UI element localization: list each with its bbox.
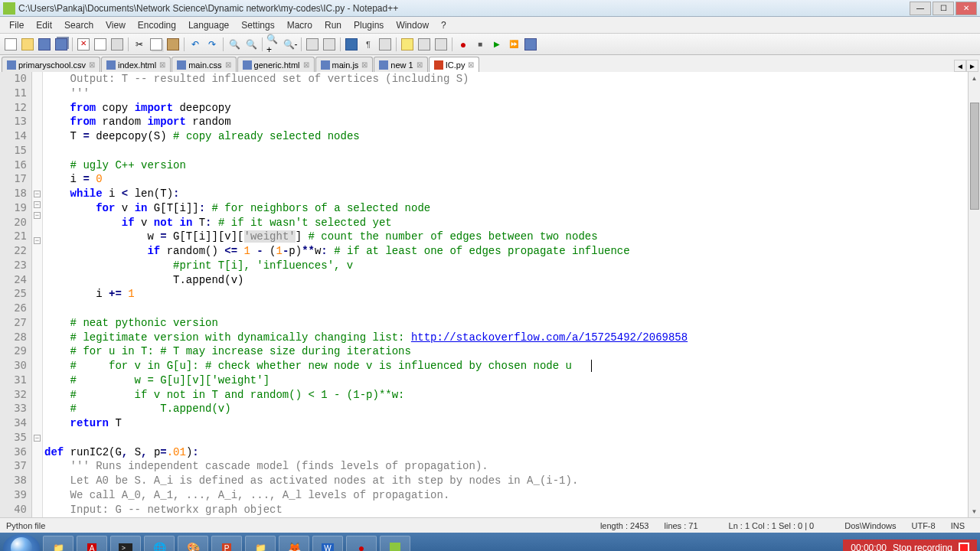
- user-lang-icon[interactable]: [400, 37, 415, 52]
- menu-edit[interactable]: Edit: [30, 18, 58, 32]
- cut-icon[interactable]: ✂: [132, 37, 147, 52]
- menu-search[interactable]: Search: [58, 18, 100, 32]
- code-line[interactable]: [44, 431, 968, 445]
- fold-marker[interactable]: −: [34, 212, 41, 219]
- taskbar-adobe-icon[interactable]: A: [77, 536, 107, 551]
- menu-encoding[interactable]: Encoding: [132, 18, 182, 32]
- menu-settings[interactable]: Settings: [235, 18, 280, 32]
- tab-close-icon[interactable]: ⊠: [361, 60, 368, 69]
- func-list-icon[interactable]: [433, 37, 449, 52]
- code-editor[interactable]: Output: T -- resulted influenced set of …: [43, 72, 968, 517]
- save-macro-icon[interactable]: [523, 37, 538, 52]
- tab-close-icon[interactable]: ⊠: [159, 60, 165, 69]
- taskbar-app2-icon[interactable]: ●: [346, 536, 377, 551]
- menu-file[interactable]: File: [3, 18, 30, 32]
- code-line[interactable]: Let A0 be S. A_i is defined as activated…: [44, 474, 968, 488]
- menu-language[interactable]: Language: [182, 18, 235, 32]
- code-line[interactable]: [44, 302, 968, 316]
- vertical-scrollbar[interactable]: ▲ ▼: [968, 72, 980, 517]
- tab-primaryschool-csv[interactable]: primaryschool.csv⊠: [2, 57, 100, 72]
- replace-icon[interactable]: 🔍: [243, 37, 259, 52]
- code-line[interactable]: # for v in G[u]: # check whether new nod…: [44, 359, 968, 373]
- code-line[interactable]: return T: [44, 416, 968, 431]
- taskbar-chrome-icon[interactable]: 🌐: [144, 536, 175, 551]
- code-line[interactable]: [44, 144, 968, 158]
- tab-main-css[interactable]: main.css⊠: [172, 57, 236, 72]
- code-line[interactable]: i = 0: [44, 172, 968, 187]
- code-line[interactable]: i += 1: [44, 287, 968, 302]
- tab-close-icon[interactable]: ⊠: [225, 60, 231, 69]
- close-file-icon[interactable]: ✕: [76, 37, 91, 52]
- code-line[interactable]: # if v not in T and random() < 1 - (1-p)…: [44, 388, 968, 403]
- scroll-up-arrow[interactable]: ▲: [969, 72, 980, 84]
- paste-icon[interactable]: [165, 37, 181, 52]
- save-icon[interactable]: [37, 37, 52, 52]
- zoom-out-icon[interactable]: 🔍-: [283, 37, 298, 52]
- recording-indicator[interactable]: 00:00:00 Stop recording: [843, 540, 977, 551]
- minimize-button[interactable]: —: [910, 2, 931, 15]
- taskbar-explorer-icon[interactable]: 📁: [43, 536, 74, 551]
- tab-IC-py[interactable]: IC.py⊠: [429, 57, 480, 72]
- wordwrap-icon[interactable]: [344, 37, 359, 52]
- menu-window[interactable]: Window: [390, 18, 435, 32]
- open-file-icon[interactable]: [20, 37, 35, 52]
- play-macro-icon[interactable]: ▶: [489, 37, 505, 52]
- sync-vscroll-icon[interactable]: [305, 37, 320, 52]
- taskbar-cmd-icon[interactable]: >_: [110, 536, 141, 551]
- taskbar-notepadpp-icon[interactable]: [380, 536, 410, 551]
- code-line[interactable]: # legitimate version with dynamically ch…: [44, 331, 968, 345]
- close-button[interactable]: ✕: [956, 2, 977, 15]
- taskbar-folder-icon[interactable]: 📁: [245, 536, 276, 551]
- close-all-icon[interactable]: [93, 37, 108, 52]
- redo-icon[interactable]: ↷: [204, 37, 220, 52]
- show-all-chars-icon[interactable]: ¶: [361, 37, 376, 52]
- fold-marker[interactable]: −: [34, 201, 41, 208]
- code-line[interactable]: from random import random: [44, 115, 968, 129]
- fold-marker[interactable]: −: [34, 191, 41, 197]
- scroll-down-arrow[interactable]: ▼: [969, 505, 980, 517]
- sync-hscroll-icon[interactable]: [322, 37, 337, 52]
- tab-close-icon[interactable]: ⊠: [303, 60, 309, 69]
- tab-close-icon[interactable]: ⊠: [468, 60, 474, 69]
- new-file-icon[interactable]: [3, 37, 18, 52]
- code-line[interactable]: while i < len(T):: [44, 187, 968, 201]
- tab-generic-html[interactable]: generic.html⊠: [237, 57, 315, 72]
- code-line[interactable]: for v in G[T[i]]: # for neighbors of a s…: [44, 201, 968, 216]
- tab-new-1[interactable]: new 1⊠: [374, 57, 427, 72]
- menu-run[interactable]: Run: [318, 18, 348, 32]
- code-line[interactable]: T.append(v): [44, 273, 968, 288]
- menu-macro[interactable]: Macro: [281, 18, 318, 32]
- fold-marker[interactable]: −: [34, 237, 41, 244]
- find-icon[interactable]: 🔍: [227, 37, 242, 52]
- code-line[interactable]: #print T[i], 'influences', v: [44, 259, 968, 273]
- menu-plugins[interactable]: Plugins: [348, 18, 390, 32]
- code-line[interactable]: # for u in T: # T may increase size duri…: [44, 344, 968, 359]
- code-line[interactable]: We call A_0, A_1, ..., A_i, ..., A_l lev…: [44, 488, 968, 503]
- code-line[interactable]: # ugly C++ version: [44, 158, 968, 173]
- code-line[interactable]: w = G[T[i]][v]['weight'] # count the num…: [44, 230, 968, 244]
- undo-icon[interactable]: ↶: [188, 37, 203, 52]
- tab-main-js[interactable]: main.js⊠: [315, 57, 374, 72]
- menu-help[interactable]: ?: [435, 18, 452, 32]
- code-line[interactable]: Input: G -- networkx graph object: [44, 503, 968, 517]
- code-line[interactable]: # T.append(v): [44, 402, 968, 416]
- code-line[interactable]: if v not in T: # if it wasn't selected y…: [44, 216, 968, 230]
- stop-macro-icon[interactable]: ■: [472, 37, 488, 52]
- code-line[interactable]: def runIC2(G, S, p=.01):: [44, 445, 968, 460]
- tab-index-html[interactable]: index.html⊠: [101, 57, 171, 72]
- tab-prev-icon[interactable]: ◄: [954, 60, 966, 72]
- code-line[interactable]: ''' Runs independent cascade model (find…: [44, 459, 968, 474]
- zoom-in-icon[interactable]: 🔍+: [266, 37, 281, 52]
- code-line[interactable]: ''': [44, 86, 968, 101]
- code-line[interactable]: from copy import deepcopy: [44, 101, 968, 116]
- tab-next-icon[interactable]: ►: [966, 60, 978, 72]
- save-all-icon[interactable]: [54, 37, 69, 52]
- taskbar-powerpoint-icon[interactable]: P: [211, 536, 242, 551]
- fold-gutter[interactable]: −−−−−: [32, 72, 43, 517]
- code-line[interactable]: Output: T -- resulted influenced set of …: [44, 72, 968, 86]
- code-line[interactable]: # neat pythonic version: [44, 316, 968, 331]
- taskbar-word-icon[interactable]: W: [312, 536, 343, 551]
- code-line[interactable]: if random() <= 1 - (1-p)**w: # if at lea…: [44, 244, 968, 259]
- play-multi-icon[interactable]: ⏩: [506, 37, 521, 52]
- maximize-button[interactable]: ☐: [933, 2, 954, 15]
